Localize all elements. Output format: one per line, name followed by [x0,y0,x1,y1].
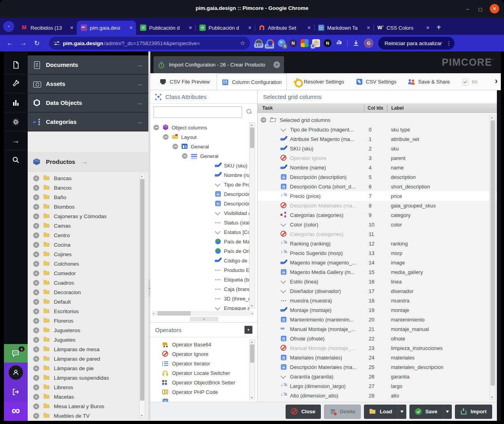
grid-column-row[interactable]: Ranking (ranking) 12 ranking [258,239,497,248]
close-tab-icon[interactable] [273,61,280,68]
rail-search-icon[interactable] [4,150,28,169]
attribute-tree-row[interactable]: Descripción ( [150,189,249,199]
scroll-left-icon[interactable] [153,312,154,315]
collapse-operators-icon[interactable] [244,326,252,334]
folder-tree-item[interactable]: Macetas [28,392,148,401]
collapse-minus-icon[interactable] [172,143,179,150]
collapse-minus-icon[interactable] [261,117,267,123]
folder-tree-item[interactable]: Jugueteros [28,325,148,335]
folder-tree-item[interactable]: Organizadores y Limpieza [28,420,148,421]
attribute-tree-row[interactable]: Visibilidad (vi [150,208,249,218]
restart-to-update-button[interactable]: Reiniciar para actualizar [378,37,455,49]
rail-maximize-arrow-icon[interactable] [4,131,28,150]
collapse-minus-icon[interactable] [206,210,212,216]
operator-item[interactable]: Operator Base64 [150,340,249,349]
grid-column-row[interactable]: Mantenimiento (mantenim... 20 mantenimie… [258,315,497,324]
folder-tree-item[interactable]: Bancos [28,183,148,192]
tab-close-icon[interactable] [248,25,252,30]
folder-tree-item[interactable]: Libreros [28,382,148,392]
grid-column-row[interactable]: Attribute Set Magento (ma... 1 attribute… [258,134,497,144]
footer-button[interactable]: Delete [324,405,361,419]
operators-scrollbar[interactable] [249,339,255,400]
footer-button[interactable]: Save [409,405,443,419]
grid-root-row[interactable]: Selected grid columns [258,115,497,125]
browser-tab[interactable]: Attribute Set [255,21,314,35]
subtab[interactable]: Resolver Settings [289,73,349,90]
folder-tree-item[interactable]: Cuadros [28,278,148,287]
grid-column-row[interactable]: Descripción Materiales (ma... 8 gaia_gro… [258,201,497,210]
expand-plus-icon[interactable] [33,375,40,381]
browser-tab[interactable]: Recibidos (13 [17,21,77,35]
close-window-button[interactable] [490,4,499,13]
folder-tree-item[interactable]: Cajoneras y Cómodas [28,211,148,221]
expand-plus-icon[interactable] [33,327,40,333]
attribute-tree-row[interactable]: Object columns [150,123,249,132]
scroll-up-icon[interactable] [140,175,143,177]
folder-tree-item[interactable]: Mesa Lateral y Buros [28,401,148,411]
attribute-tree-row[interactable]: País de Orige [150,246,249,256]
scroll-up-icon[interactable] [491,116,493,119]
open-panel-arrow-icon[interactable] [81,158,88,166]
grid-column-row[interactable]: Categorias (categories) 11 [258,229,497,239]
scrollbar-thumb[interactable] [491,120,495,386]
folder-tree-item[interactable]: Centro [28,230,148,240]
grid-column-row[interactable]: Tipo de Producto (magent... 0 sku type [258,125,497,134]
google-extension-icon[interactable] [301,39,309,47]
expand-plus-icon[interactable] [33,222,40,229]
notion-extension-icon[interactable] [324,39,332,47]
sidebar-section[interactable]: Categorías [28,112,148,131]
subtab[interactable]: CSV File Preview [155,73,214,90]
operator-item[interactable]: Operator PHP Code [150,387,249,397]
tab-close-icon[interactable] [189,25,192,30]
tab-close-icon[interactable] [129,25,133,30]
minimize-button[interactable] [464,6,471,12]
browser-tab[interactable]: pim.gaia.desi [77,21,136,35]
subtab[interactable]: CSV Settings [351,73,401,90]
grid-column-row[interactable]: Color (color) 10 color [258,220,497,229]
grid-column-row[interactable]: Precio Sugerido (msrp) 13 msrp [258,248,497,258]
site-settings-icon[interactable] [54,40,60,46]
expand-plus-icon[interactable] [33,251,40,257]
folder-tree-item[interactable]: Juguetes [28,335,148,344]
forward-icon[interactable] [17,39,30,47]
import-configuration-tab[interactable]: Import Configuration - 26 - Crear Produc… [153,56,284,73]
grid-column-row[interactable]: Montaje (montaje) 19 montaje [258,305,497,315]
rail-settings-gear-icon[interactable] [4,112,28,131]
attribute-tree-row[interactable]: 3D (three_d_ [150,294,249,303]
scroll-up-icon[interactable] [250,124,253,126]
grid-column-row[interactable]: SKU (sku) 2 sku [258,144,497,153]
scroll-down-icon[interactable] [140,414,143,417]
reload-icon[interactable] [30,39,44,48]
folder-tree-item[interactable]: Escritorios [28,306,148,316]
scrollbar-thumb[interactable] [250,344,254,363]
downloads-icon[interactable] [352,39,360,47]
grid-column-row[interactable]: Nombre (name) 4 name [258,163,497,172]
browser-tab[interactable]: Markdown Ta [314,21,373,35]
open-panel-arrow-icon[interactable] [136,61,143,69]
scroll-down-icon[interactable] [250,396,253,399]
attribute-tree-row[interactable]: Status (status [150,218,249,227]
grid-column-row[interactable]: Descripción Corta (short_d... 6 short_de… [258,182,497,191]
expand-plus-icon[interactable] [33,213,40,219]
scroll-right-icon[interactable] [252,312,253,315]
attribute-tree-row[interactable]: Descripción ( [150,199,249,208]
rail-documents-icon[interactable] [4,55,28,74]
attributes-horizontal-scrollbar[interactable] [152,311,254,316]
n-extension-icon[interactable] [289,39,297,47]
expand-plus-icon[interactable] [33,279,40,286]
attribute-tree-row[interactable]: General [150,142,249,151]
grid-column-row[interactable]: Magento Media Gallery (m... 15 media_gal… [258,267,497,277]
collapse-minus-icon[interactable] [206,191,212,197]
folder-tree-item[interactable]: Camas [28,221,148,230]
expand-plus-icon[interactable] [33,337,40,343]
rail-tools-wrench-icon[interactable] [4,74,28,93]
attribute-tree-row[interactable]: Layout [150,132,249,142]
scroll-down-icon[interactable] [250,304,253,307]
collapse-minus-icon[interactable] [206,172,212,178]
grid-column-row[interactable]: Magento Image (magento_... 14 image [258,258,497,267]
grid-column-row[interactable]: Categorias (categories) 9 category [258,210,497,220]
open-panel-arrow-icon[interactable] [136,99,143,107]
operator-item[interactable]: Operator Ignore [150,349,249,359]
subtab-scroll-right-icon[interactable] [495,76,498,86]
attribute-tree-row[interactable]: Producto Exc [150,265,249,275]
